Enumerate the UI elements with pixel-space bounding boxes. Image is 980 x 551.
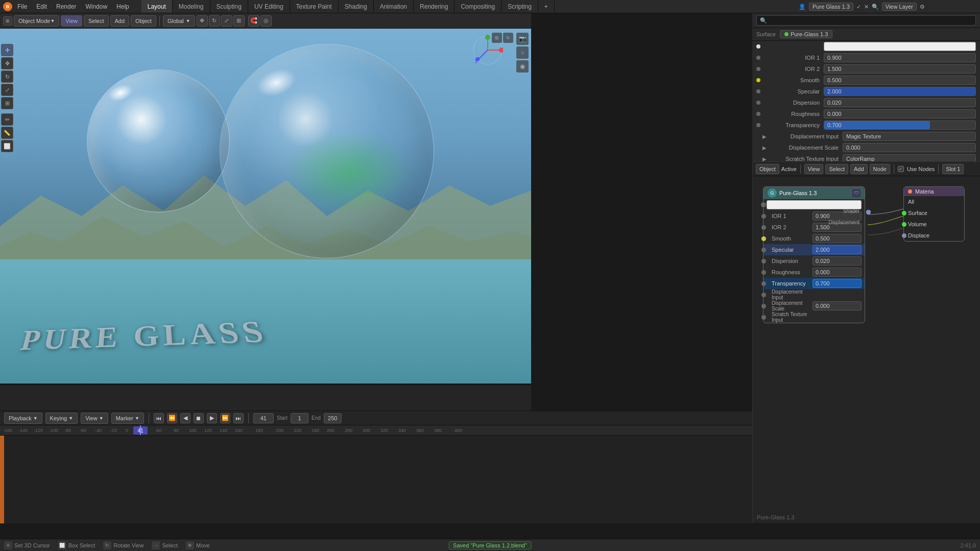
scratch-texture-value[interactable]: ColorRamp: [843, 154, 976, 161]
tab-shading[interactable]: Shading: [339, 0, 374, 13]
main-viewport[interactable]: PURE GLASS X Y Z 📷 ○: [0, 29, 531, 384]
tab-uv-editing[interactable]: UV Editing: [248, 0, 290, 13]
ior2-value[interactable]: 1.500: [824, 64, 976, 74]
tab-scripting[interactable]: Scripting: [501, 0, 538, 13]
render-preview-icon[interactable]: ◉: [516, 60, 529, 73]
displacement-input-value[interactable]: Magic Texture: [843, 132, 976, 141]
icon-search[interactable]: 🔍: [872, 4, 879, 10]
gn-disp-value[interactable]: 0.020: [812, 256, 862, 266]
view-dropdown[interactable]: View ▼: [81, 413, 108, 424]
annotate-tool[interactable]: ✏: [1, 113, 13, 126]
play-back-btn[interactable]: ◀: [180, 413, 190, 423]
step-back-btn[interactable]: ⏪: [167, 413, 177, 423]
camera-view-icon[interactable]: 📷: [516, 33, 529, 45]
add-cube-tool[interactable]: ⬜: [1, 140, 13, 152]
gn-dispscale-value[interactable]: 0.000: [812, 301, 862, 310]
falloff-icon[interactable]: ◎: [260, 15, 272, 27]
measure-tool[interactable]: 📏: [1, 127, 13, 139]
sphere-highlight-right: [253, 64, 300, 102]
stop-btn[interactable]: ⏹: [194, 413, 204, 423]
playback-dropdown[interactable]: Playback ▼: [4, 413, 42, 424]
displacement-scale-value[interactable]: 0.000: [843, 143, 976, 152]
use-nodes-label[interactable]: ✓ Use Nodes: [898, 166, 935, 172]
tab-modeling[interactable]: Modeling: [173, 0, 210, 13]
view-btn[interactable]: View: [61, 15, 82, 27]
magnet-icon[interactable]: 🧲: [248, 15, 259, 27]
node-node-btn[interactable]: Node: [870, 164, 890, 174]
smooth-value[interactable]: 0.500: [824, 76, 976, 85]
jump-end-btn[interactable]: ⏭: [233, 413, 244, 423]
marker-dropdown[interactable]: Marker ▼: [111, 413, 144, 424]
material-preview-icon[interactable]: ○: [516, 46, 529, 59]
menu-window[interactable]: Window: [81, 2, 111, 11]
prop-search-input[interactable]: [756, 15, 976, 26]
node-view-btn[interactable]: View: [804, 164, 824, 174]
color-swatch[interactable]: [824, 42, 976, 51]
overlay-icon[interactable]: ⊞: [492, 33, 502, 43]
menu-help[interactable]: Help: [112, 2, 133, 11]
select-btn[interactable]: Select: [84, 15, 109, 27]
timeline-ruler-area[interactable]: -160 -140 -120 -100 -80 -60 -40 -20 0 41…: [0, 425, 752, 523]
gn-transparency-value[interactable]: 0.700: [812, 279, 862, 288]
frame-end[interactable]: 250: [324, 413, 342, 423]
shader-label-right: Shader: [843, 208, 859, 214]
slot-btn[interactable]: Slot 1: [942, 164, 964, 174]
node-add-btn[interactable]: Add: [850, 164, 868, 174]
scratch-texture-label: Scratch Texture Input: [769, 156, 843, 161]
frame-current[interactable]: 41: [253, 413, 274, 423]
use-nodes-checkbox[interactable]: ✓: [898, 166, 904, 172]
menu-render[interactable]: Render: [52, 2, 80, 11]
rotate-tool[interactable]: ↻: [1, 70, 13, 83]
menu-edit[interactable]: Edit: [32, 2, 51, 11]
keying-dropdown[interactable]: Keying ▼: [45, 413, 78, 424]
step-fwd-btn[interactable]: ⏩: [220, 413, 230, 423]
move-tool[interactable]: ✥: [1, 57, 13, 69]
tab-animation[interactable]: Animation: [374, 0, 414, 13]
timeline-orange-strip: [0, 436, 4, 523]
roughness-value[interactable]: 0.000: [824, 109, 976, 118]
gn-specular-value[interactable]: 2.000: [812, 245, 862, 254]
frame-start[interactable]: 1: [291, 413, 308, 423]
menu-file[interactable]: File: [13, 2, 31, 11]
tab-add[interactable]: +: [538, 0, 555, 13]
glass-node-shield[interactable]: 🛡: [852, 189, 861, 197]
transform-dropdown[interactable]: Global ▼: [163, 15, 195, 27]
material-name-pill[interactable]: Pure-Glass 1.3: [780, 30, 832, 38]
ior1-value[interactable]: 0.900: [824, 53, 976, 62]
jump-start-btn[interactable]: ⏮: [154, 413, 164, 423]
tab-texture-paint[interactable]: Texture Paint: [290, 0, 339, 13]
scale-tool[interactable]: ⤢: [1, 84, 13, 96]
cursor-tool[interactable]: ✛: [1, 44, 13, 56]
object-btn[interactable]: Object: [131, 15, 156, 27]
gn-roughness-value[interactable]: 0.000: [812, 268, 862, 277]
tab-sculpting[interactable]: Sculpting: [210, 0, 248, 13]
transform-icon[interactable]: ⊞: [233, 15, 245, 27]
add-btn[interactable]: Add: [110, 15, 130, 27]
scale-icon[interactable]: ⤢: [221, 15, 232, 27]
timeline-playhead[interactable]: [140, 425, 141, 435]
tab-compositing[interactable]: Compositing: [455, 0, 501, 13]
tick-360: 360: [416, 428, 424, 433]
scratch-texture-row: ▶ Scratch Texture Input ColorRamp: [752, 153, 980, 161]
node-canvas[interactable]: G Pure-Glass 1.3 🛡 IOR 1 0.900 IOR 2 1.5…: [753, 176, 980, 523]
gn-smooth-value[interactable]: 0.500: [812, 234, 862, 243]
transparency-value[interactable]: 0.700: [824, 121, 976, 130]
transform-tool[interactable]: ⊞: [1, 97, 13, 109]
play-btn[interactable]: ▶: [207, 413, 217, 423]
tab-rendering[interactable]: Rendering: [414, 0, 455, 13]
tick-100-neg: -100: [49, 428, 58, 433]
mode-dropdown[interactable]: Object Mode ▼: [14, 15, 59, 27]
dispersion-value[interactable]: 0.020: [824, 98, 976, 107]
node-select-btn[interactable]: Select: [825, 164, 848, 174]
toolbar-icon-mode[interactable]: ⊞: [3, 16, 12, 26]
gn-transparency-label: Transparency: [772, 280, 812, 286]
tick-220: 220: [294, 428, 301, 433]
gizmo-toggle-icon[interactable]: ↻: [503, 33, 513, 43]
icon-filter[interactable]: ⚙: [920, 4, 925, 10]
rotate-icon[interactable]: ↻: [209, 15, 220, 27]
node-object-btn[interactable]: Object: [756, 164, 779, 174]
tab-layout[interactable]: Layout: [141, 0, 173, 13]
specular-value[interactable]: 2.000: [824, 87, 976, 96]
node-editor-panel: Object Active View Select Add Node ✓ Use…: [752, 161, 980, 523]
grab-icon[interactable]: ✥: [197, 15, 208, 27]
